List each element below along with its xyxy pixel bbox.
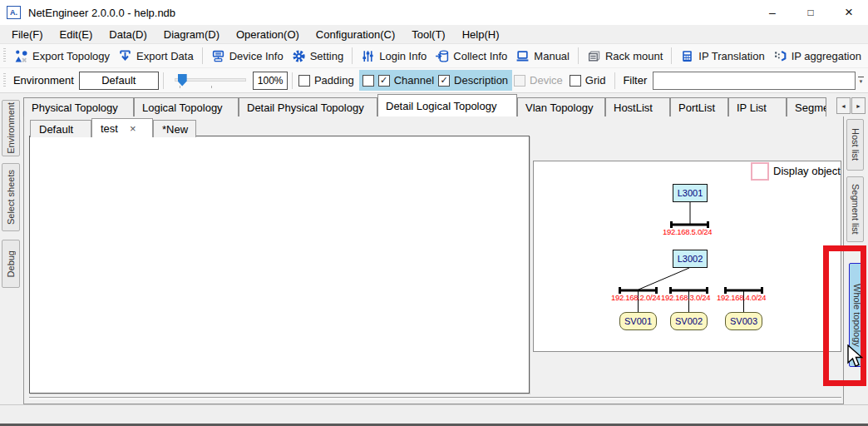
sheet-tab-test[interactable]: test ×: [91, 118, 153, 137]
diagram-canvas[interactable]: [29, 136, 530, 394]
manual-icon: [515, 49, 530, 63]
status-bar: [0, 404, 868, 424]
ip-aggregation-button[interactable]: IP aggregation: [769, 47, 866, 65]
manual-label: Manual: [534, 50, 570, 62]
close-button[interactable]: ×: [830, 0, 868, 25]
zoom-slider-thumb[interactable]: [178, 74, 187, 87]
zoom-slider[interactable]: [173, 72, 249, 90]
collect-info-button[interactable]: Collect Info: [431, 47, 511, 65]
menu-data[interactable]: Data(D): [101, 27, 155, 42]
tab-detail-logical-topology[interactable]: Detail Logical Topology: [377, 94, 517, 116]
node-sv002[interactable]: SV002: [670, 312, 708, 330]
export-topology-button[interactable]: Export Topology: [10, 47, 114, 65]
tab-scroll-right-icon[interactable]: ►: [851, 97, 866, 114]
toolbar-grip[interactable]: [3, 73, 6, 88]
sidebar-tab-debug[interactable]: Debug: [2, 240, 20, 288]
minimize-button[interactable]: –: [753, 0, 792, 25]
export-data-button[interactable]: Export Data: [114, 47, 198, 65]
display-object-checkbox[interactable]: [751, 162, 769, 181]
manual-button[interactable]: Manual: [511, 47, 574, 65]
toolbar-grip[interactable]: [3, 48, 6, 63]
rack-mount-button[interactable]: Rack mount: [583, 47, 667, 65]
tab-ip-list[interactable]: IP List: [728, 97, 787, 116]
tab-physical-topology[interactable]: Physical Topology: [23, 97, 134, 116]
tab-detail-physical-topology[interactable]: Detail Physical Topology: [239, 97, 377, 116]
whole-topology-panel[interactable]: Display object L3001 192.168.5.0/24 L300…: [533, 161, 841, 352]
menu-help[interactable]: Help(H): [454, 27, 508, 42]
right-tab-host-list[interactable]: Host list: [846, 119, 864, 171]
segment-label-192-168-5: 192.168.5.0/24: [663, 227, 712, 236]
menu-operation[interactable]: Operation(O): [228, 27, 308, 42]
tab-hostlist[interactable]: HostList: [605, 97, 670, 116]
ip-translation-icon: [680, 49, 694, 63]
menu-edit[interactable]: Edit(E): [52, 27, 101, 42]
display-object-label: Display object: [773, 165, 841, 177]
right-tab-whole-topology[interactable]: Whole topology: [849, 263, 865, 367]
login-info-button[interactable]: Login Info: [357, 47, 431, 65]
menu-diagram[interactable]: Diagram(D): [155, 27, 228, 42]
tab-vlan-topology[interactable]: Vlan Topology: [517, 97, 605, 116]
rack-mount-label: Rack mount: [605, 50, 663, 62]
unlabeled-checkbox-row[interactable]: [362, 75, 374, 87]
menu-file[interactable]: File(F): [3, 27, 52, 42]
sheet-tab-default[interactable]: Default: [30, 120, 91, 137]
padding-checkbox[interactable]: [298, 75, 310, 87]
node-sv001[interactable]: SV001: [619, 312, 657, 330]
maximize-button[interactable]: □: [792, 0, 830, 25]
sheet-tab-close-icon[interactable]: ×: [130, 123, 136, 134]
highlighted-checkbox-group: ✓ Channel ✓ Description: [359, 70, 512, 91]
login-info-label: Login Info: [379, 50, 427, 62]
tab-logical-topology[interactable]: Logical Topology: [134, 97, 239, 116]
setting-label: Setting: [310, 50, 343, 62]
grid-checkbox-label: Grid: [585, 74, 606, 87]
toolbar-separator: [578, 47, 579, 64]
ip-translation-button[interactable]: IP Translation: [676, 47, 768, 65]
zoom-value[interactable]: 100%: [253, 72, 287, 90]
toolbar-overflow-button[interactable]: ▼: [856, 70, 866, 92]
export-topology-label: Export Topology: [32, 50, 110, 62]
channel-checkbox-label: Channel: [394, 74, 434, 87]
node-l3002[interactable]: L3002: [673, 250, 708, 268]
device-info-button[interactable]: Device Info: [207, 47, 288, 65]
chevron-down-icon: ▼: [859, 79, 864, 84]
right-tab-segment-list[interactable]: Segment list: [846, 176, 864, 242]
setting-button[interactable]: Setting: [288, 47, 348, 65]
link-line: [639, 268, 689, 290]
collect-info-icon: [435, 49, 449, 63]
menu-tool[interactable]: Tool(T): [403, 27, 453, 42]
sidebar-tab-select-sheets-label: Select sheets: [6, 170, 16, 225]
node-l3001[interactable]: L3001: [673, 184, 708, 202]
filter-input[interactable]: [653, 72, 856, 90]
environment-select[interactable]: Default: [79, 72, 159, 90]
node-sv003[interactable]: SV003: [725, 312, 762, 330]
sidebar-tab-select-sheets[interactable]: Select sheets: [2, 163, 20, 231]
segment-label-192-168-3: 192.168.3.0/24: [661, 293, 710, 302]
login-info-icon: [361, 49, 375, 63]
rack-mount-icon: [587, 49, 601, 63]
zoom-slider-ticks: [180, 86, 242, 88]
sheet-tab-test-label: test: [101, 122, 118, 135]
description-checkbox-label: Description: [454, 74, 508, 87]
sheet-tab-new[interactable]: *New: [153, 120, 196, 137]
export-data-icon: [118, 49, 132, 63]
padding-checkbox-row[interactable]: Padding: [298, 74, 354, 87]
ip-translation-label: IP Translation: [698, 50, 764, 62]
unlabeled-checkbox[interactable]: [362, 75, 374, 87]
tab-scroll-left-icon[interactable]: ◄: [836, 97, 851, 114]
menu-configuration[interactable]: Configuration(C): [308, 27, 403, 42]
description-checkbox-row[interactable]: ✓ Description: [438, 74, 508, 87]
channel-checkbox-row[interactable]: ✓ Channel: [378, 74, 434, 87]
sidebar-tab-debug-label: Debug: [6, 250, 16, 277]
app-icon: A.: [7, 6, 21, 19]
grid-checkbox[interactable]: [570, 75, 581, 87]
splitter[interactable]: [29, 397, 841, 399]
description-checkbox[interactable]: ✓: [438, 75, 450, 87]
toolbar-separator: [352, 47, 353, 64]
tab-portlist[interactable]: PortList: [670, 97, 728, 116]
toolbar-separator: [163, 72, 164, 89]
tab-segment-list[interactable]: Segme: [787, 97, 826, 116]
ip-aggregation-icon: [773, 49, 787, 63]
channel-checkbox[interactable]: ✓: [378, 75, 390, 87]
sidebar-tab-environment[interactable]: Environment: [2, 100, 20, 156]
grid-checkbox-row[interactable]: Grid: [570, 74, 606, 87]
